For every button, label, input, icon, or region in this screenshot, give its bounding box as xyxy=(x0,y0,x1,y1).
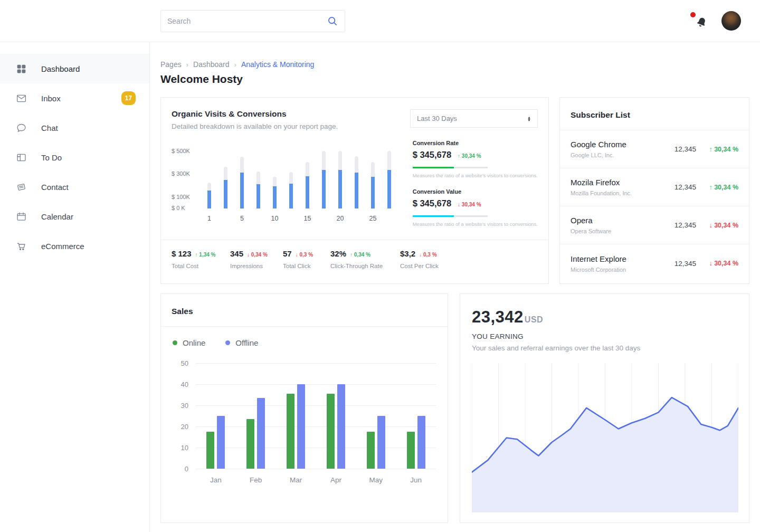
stat-change: ↓ 0,34 % xyxy=(247,252,268,258)
breadcrumb-separator: › xyxy=(234,61,236,69)
search-icon[interactable] xyxy=(327,15,338,27)
organic-bar-conversions xyxy=(371,177,375,208)
breadcrumb-current[interactable]: Analytics & Monitoring xyxy=(241,60,315,69)
sales-bar-online xyxy=(246,419,254,469)
organic-bar-conversions xyxy=(387,170,391,208)
organic-stats-row: $ 123 ↑ 1,34 % Total Cost 345 ↓ 0,34 % I… xyxy=(161,240,548,269)
stat-label: Click-Through Rate xyxy=(330,263,400,269)
sales-bar-offline xyxy=(217,416,225,469)
subscriber-change: ↑ 30,34 % xyxy=(696,146,738,153)
period-select[interactable]: Last 30 Days ▲▼ xyxy=(410,109,538,128)
sales-col-jan xyxy=(196,363,236,469)
organic-bar-conversions xyxy=(273,186,277,208)
app-root: Dashboard Inbox17 Chat To Do Contact Cal… xyxy=(0,0,760,532)
organic-y-tick: $ 500K xyxy=(172,148,190,154)
legend-item-online[interactable]: Online xyxy=(173,338,205,347)
sidebar-item-calendar[interactable]: Calendar xyxy=(0,202,149,231)
topbar-actions xyxy=(695,11,749,31)
subscriber-row-mozila-firefox[interactable]: Mozila Firefox Mozilla Foundation, Inc. … xyxy=(560,168,749,206)
stat-change: ↑ 0,34 % xyxy=(350,252,370,258)
subscriber-row-opera[interactable]: Opera Opera Software 12,345 ↓ 30,34 % xyxy=(560,206,749,244)
organic-title: Organic Visits & Conversions xyxy=(172,109,338,119)
organic-x-tick: 20 xyxy=(334,215,347,222)
conversion-metrics: Conversion Rate $ 345,678 ↑ 30,34 % Meas… xyxy=(413,138,538,237)
row-top: Organic Visits & Conversions Detailed br… xyxy=(160,97,749,284)
inbox-badge: 17 xyxy=(121,91,136,105)
search-input[interactable] xyxy=(167,17,327,25)
subscriber-row-google-chrome[interactable]: Google Chrome Google LLC, Inc. 12,345 ↑ … xyxy=(560,130,749,168)
sidebar-item-label: Contact xyxy=(41,183,69,192)
earnings-label: YOU EARNING xyxy=(472,332,737,340)
sales-bar-offline xyxy=(337,384,345,469)
notification-dot xyxy=(690,12,696,17)
sales-x-tick: Jan xyxy=(196,476,236,484)
earnings-header: 23,342 USD YOU EARNING Your sales and re… xyxy=(460,294,749,352)
sales-gridline xyxy=(196,469,436,469)
topbar xyxy=(150,0,760,42)
sales-x-tick: Mar xyxy=(276,476,316,484)
sidebar: Dashboard Inbox17 Chat To Do Contact Cal… xyxy=(0,0,150,532)
earnings-currency: USD xyxy=(525,315,543,325)
page-title: Welcome Hosty xyxy=(160,73,749,86)
search-box[interactable] xyxy=(160,10,345,32)
subscriber-count: 12,345 xyxy=(674,221,696,229)
sales-bar-chart: 01020304050 xyxy=(196,363,436,469)
sales-x-tick: Apr xyxy=(316,476,356,484)
breadcrumb: Pages › Dashboard › Analytics & Monitori… xyxy=(160,60,749,69)
legend-label: Online xyxy=(183,338,205,347)
legend-dot xyxy=(173,340,177,345)
subscriber-name: Opera xyxy=(571,216,611,225)
metric-progress-fill xyxy=(413,167,454,168)
sidebar-item-ecommerce[interactable]: eCommerce xyxy=(0,231,149,261)
subscriber-count: 12,345 xyxy=(674,260,696,268)
organic-y-tick: $ 100K xyxy=(172,194,190,200)
sidebar-item-to-do[interactable]: To Do xyxy=(0,142,149,172)
subscriber-company: Mozilla Foundation, Inc. xyxy=(571,190,632,196)
subscriber-name: Google Chrome xyxy=(571,140,626,149)
metric-caption: Measures the ratio of a website's visito… xyxy=(413,221,538,227)
organic-x-tick: 1 xyxy=(203,215,216,222)
legend-label: Offline xyxy=(235,338,258,347)
envelope-icon xyxy=(16,93,27,104)
earnings-subtitle: Your sales and referral earnings over th… xyxy=(472,344,737,352)
organic-bar-conversions xyxy=(306,176,309,208)
legend-item-offline[interactable]: Offline xyxy=(225,338,258,347)
subscriber-row-internet-explore[interactable]: Internet Explore Microsoft Corporation 1… xyxy=(560,244,749,282)
stat-value: 57 xyxy=(283,249,292,258)
organic-x-tick: 15 xyxy=(301,215,314,222)
sales-bar-online xyxy=(407,432,415,469)
organic-y-tick: $ 300K xyxy=(172,170,190,177)
user-avatar[interactable] xyxy=(721,11,741,31)
breadcrumb-dashboard[interactable]: Dashboard xyxy=(193,60,230,69)
sales-y-tick: 50 xyxy=(173,359,188,367)
breadcrumb-pages[interactable]: Pages xyxy=(160,60,182,69)
stat-label: Impressions xyxy=(230,263,283,269)
sidebar-item-chat[interactable]: Chat xyxy=(0,113,149,142)
subscriber-name: Mozila Firefox xyxy=(571,178,632,187)
subscriber-rows: Google Chrome Google LLC, Inc. 12,345 ↑ … xyxy=(560,130,749,282)
sidebar-item-label: To Do xyxy=(41,153,62,162)
metric-conversion-value: Conversion Value $ 345,678 ↓ 30,34 % Mea… xyxy=(413,188,538,227)
subscriber-list-card: Subscriber List Google Chrome Google LLC… xyxy=(559,97,749,284)
bell-icon xyxy=(695,16,708,29)
row-bottom: Sales Online Offline 01020304050 JanFebM… xyxy=(160,293,749,523)
sales-col-may xyxy=(356,363,396,469)
notifications-button[interactable] xyxy=(695,14,708,28)
organic-body: $ 500K$ 300K$ 100K$ 0 K1510152025 Conver… xyxy=(161,130,548,237)
stat-total-cost: $ 123 ↑ 1,34 % Total Cost xyxy=(172,249,230,269)
metric-label: Conversion Value xyxy=(413,188,538,195)
sidebar-item-contact[interactable]: Contact xyxy=(0,172,149,202)
metric-value: $ 345,678 xyxy=(413,198,451,208)
sidebar-item-inbox[interactable]: Inbox17 xyxy=(0,83,149,113)
sidebar-item-dashboard[interactable]: Dashboard xyxy=(0,54,149,83)
sales-x-axis: JanFebMarAprMayJun xyxy=(196,476,436,484)
sales-col-feb xyxy=(236,363,276,469)
sales-bar-offline xyxy=(297,384,305,469)
sales-bar-offline xyxy=(417,416,425,469)
organic-header: Organic Visits & Conversions Detailed br… xyxy=(161,98,548,130)
organic-plot xyxy=(201,149,397,208)
grid-icon xyxy=(16,63,27,74)
sales-columns xyxy=(196,363,436,469)
sales-bar-online xyxy=(327,394,335,469)
subscriber-count: 12,345 xyxy=(674,183,696,191)
